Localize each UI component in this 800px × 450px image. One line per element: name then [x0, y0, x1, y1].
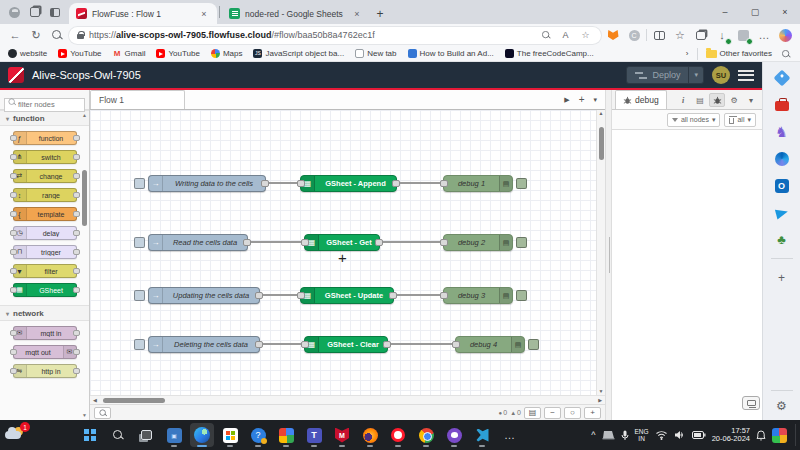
start-button[interactable] — [78, 423, 102, 447]
config-gear-icon[interactable]: ⚙ — [726, 93, 742, 107]
mcafee-icon[interactable]: M — [330, 423, 354, 447]
debug-toggle-button[interactable] — [516, 178, 527, 189]
microphone-tray-icon[interactable] — [621, 430, 629, 441]
output-port[interactable] — [255, 292, 263, 299]
extension-icon[interactable]: C — [625, 26, 643, 44]
github-desktop-icon[interactable] — [442, 423, 466, 447]
bookmark-gmail[interactable]: MGmail — [113, 49, 146, 58]
get-help-icon[interactable]: ? — [246, 423, 270, 447]
input-port[interactable] — [301, 239, 309, 246]
palette-node-range[interactable]: ↕range — [13, 188, 77, 202]
maximize-button[interactable]: ▢ — [740, 0, 770, 24]
input-port[interactable] — [297, 292, 305, 299]
display-tray-icon[interactable] — [602, 430, 615, 440]
sidebar-search-icon[interactable] — [781, 49, 791, 59]
split-screen-icon[interactable] — [650, 26, 668, 44]
debug-node-3[interactable]: debug 3▤ — [443, 287, 513, 304]
inject-button[interactable] — [134, 290, 145, 301]
search-button[interactable] — [48, 26, 66, 44]
inject-node[interactable]: →Writing data to the cells — [148, 175, 266, 192]
tree-planting-icon[interactable]: ♣ — [773, 231, 790, 248]
debug-toggle-button[interactable] — [516, 290, 527, 301]
flow-list-caret[interactable]: ▾ — [593, 96, 597, 104]
sidebar-settings-gear-icon[interactable]: ⚙ — [773, 397, 790, 414]
language-indicator[interactable]: ENGIN — [635, 428, 649, 442]
task-view-button[interactable] — [134, 423, 158, 447]
input-port[interactable] — [440, 239, 448, 246]
browser-tab-flowfuse[interactable]: FlowFuse : Flow 1 × — [69, 3, 217, 24]
add-sidebar-app-icon[interactable]: + — [773, 269, 790, 286]
clear-messages-button[interactable]: all▾ — [724, 113, 756, 127]
debug-toggle-button[interactable] — [528, 339, 539, 350]
scroll-up-icon[interactable]: ▲ — [599, 110, 604, 116]
firefox-icon[interactable] — [358, 423, 382, 447]
main-menu-icon[interactable] — [738, 70, 754, 81]
canvas-search-button[interactable] — [94, 407, 111, 419]
zoom-reset-button[interactable]: ○ — [564, 407, 581, 419]
inject-button[interactable] — [134, 237, 145, 248]
tools-icon[interactable] — [773, 96, 790, 113]
output-port[interactable] — [255, 341, 263, 348]
collections-icon[interactable] — [692, 26, 710, 44]
deploy-options-caret[interactable]: ▾ — [688, 67, 703, 83]
edge-taskbar-icon[interactable] — [190, 423, 214, 447]
scroll-down-icon[interactable]: ▼ — [82, 412, 87, 418]
scroll-right-icon[interactable]: ▶ — [598, 397, 602, 403]
vscode-icon[interactable] — [470, 423, 494, 447]
chrome-icon[interactable] — [414, 423, 438, 447]
read-aloud-icon[interactable]: A — [558, 30, 573, 40]
bookmark-new-tab[interactable]: New tab — [355, 49, 396, 58]
palette-node-mqtt-in[interactable]: ✉mqtt in — [13, 326, 77, 340]
new-tab-button[interactable]: + — [370, 4, 390, 24]
output-port[interactable] — [375, 239, 383, 246]
taskbar-overflow-icon[interactable]: … — [498, 423, 522, 447]
back-button[interactable]: ← — [6, 26, 24, 44]
url-text[interactable]: https://alive-scops-owl-7905.flowfuse.cl… — [89, 30, 533, 40]
games-icon[interactable]: ♞ — [773, 123, 790, 140]
shopping-icon[interactable] — [773, 69, 790, 86]
palette-node-delay[interactable]: ◷delay — [13, 226, 77, 240]
inject-node[interactable]: →Deleting the cells data — [148, 336, 260, 353]
taskbar-search-button[interactable] — [106, 423, 130, 447]
scroll-left-icon[interactable]: ◀ — [93, 397, 97, 403]
navigator-button[interactable]: ▤ — [524, 407, 541, 419]
inject-button[interactable] — [134, 178, 145, 189]
output-port[interactable] — [383, 341, 391, 348]
inject-node[interactable]: →Updating the cells data — [148, 287, 260, 304]
canvas-horizontal-scrollbar[interactable]: ◀ ▶ — [90, 395, 605, 404]
pinned-app-icon[interactable]: ▣ — [162, 423, 186, 447]
palette-scrollbar[interactable]: ▲ ▼ — [81, 112, 88, 418]
debug-node-1[interactable]: debug 1▤ — [443, 175, 513, 192]
palette-category-network[interactable]: ▾network — [0, 305, 89, 321]
sidebar-splitter[interactable] — [605, 90, 612, 420]
browser-essentials-icon[interactable] — [742, 396, 760, 410]
scrollbar-thumb[interactable] — [103, 398, 165, 403]
google-meet-icon[interactable] — [274, 423, 298, 447]
zoom-page-icon[interactable] — [538, 29, 553, 41]
wifi-icon[interactable] — [655, 430, 668, 440]
scrollbar-thumb[interactable] — [82, 170, 87, 226]
minimize-button[interactable]: – — [710, 0, 740, 24]
palette-node-trigger[interactable]: ⊓trigger — [13, 245, 77, 259]
palette-node-mqtt-out[interactable]: mqtt out✉ — [13, 345, 77, 359]
tab-close-icon[interactable]: × — [198, 9, 210, 19]
input-port[interactable] — [440, 180, 448, 187]
settings-more-icon[interactable]: … — [755, 26, 773, 44]
sidebar-menu-caret[interactable]: ▾ — [743, 93, 759, 107]
password-extension-icon[interactable] — [734, 26, 752, 44]
input-port[interactable] — [297, 180, 305, 187]
input-port[interactable] — [440, 292, 448, 299]
deploy-main[interactable]: Deploy — [627, 70, 688, 80]
filter-nodes-button[interactable]: all nodes▾ — [667, 113, 721, 127]
palette-node-gsheet[interactable]: ▦GSheet — [13, 283, 77, 297]
palette-node-change[interactable]: ⇄change — [13, 169, 77, 183]
close-button[interactable]: × — [770, 0, 800, 24]
volume-icon[interactable] — [674, 430, 686, 440]
teams-icon[interactable]: T — [302, 423, 326, 447]
tab-close-icon[interactable]: × — [351, 9, 363, 19]
downloads-icon[interactable]: ↓ — [713, 26, 731, 44]
zoom-in-button[interactable]: + — [584, 407, 601, 419]
deploy-button[interactable]: Deploy ▾ — [626, 66, 704, 84]
palette-node-template[interactable]: {template — [13, 207, 77, 221]
palette-node-function[interactable]: ƒfunction — [13, 131, 77, 145]
